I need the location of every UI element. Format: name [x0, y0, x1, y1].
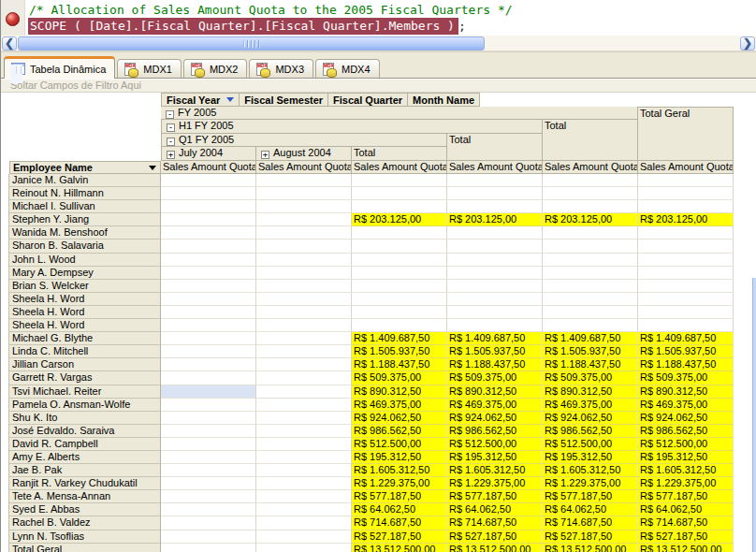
value-cell[interactable]: R$ 577.187,50	[638, 490, 734, 503]
header-grand-total[interactable]: Total Geral	[638, 107, 734, 161]
value-cell[interactable]: R$ 924.062,50	[352, 412, 447, 425]
value-cell[interactable]	[161, 213, 256, 226]
employee-name-cell[interactable]: Wanida M. Benshoof	[9, 226, 161, 240]
value-cell[interactable]	[543, 306, 638, 319]
employee-name-cell[interactable]: Linda C. Mitchell	[9, 345, 161, 358]
measure-header-4[interactable]: Sales Amount Quota	[447, 161, 543, 174]
employee-name-cell[interactable]: José Edvaldo. Saraiva	[9, 425, 161, 438]
value-cell[interactable]	[447, 267, 543, 280]
value-cell[interactable]: R$ 469.375,00	[352, 399, 447, 412]
value-cell[interactable]	[256, 345, 352, 358]
value-cell[interactable]: R$ 195.312,50	[638, 451, 734, 464]
employee-name-cell[interactable]: Rachel B. Valdez	[9, 516, 161, 530]
value-cell[interactable]: R$ 1.605.312,50	[352, 464, 447, 477]
value-cell[interactable]	[352, 254, 447, 267]
employee-name-cell[interactable]: Shu K. Ito	[9, 412, 161, 425]
value-cell[interactable]	[352, 200, 447, 213]
measure-header-1[interactable]: Sales Amount Quota	[161, 161, 256, 174]
value-cell[interactable]: R$ 890.312,50	[543, 385, 638, 399]
value-cell[interactable]	[161, 240, 256, 253]
value-cell[interactable]	[256, 358, 352, 371]
value-cell[interactable]	[161, 345, 256, 358]
employee-name-cell[interactable]: Lynn N. Tsoflias	[9, 530, 161, 544]
employee-name-cell[interactable]: Stephen Y. Jiang	[9, 213, 161, 226]
value-cell[interactable]	[161, 385, 256, 399]
value-cell[interactable]: R$ 1.188.437,50	[447, 358, 543, 371]
value-cell[interactable]: R$ 986.562,50	[352, 425, 447, 438]
value-cell[interactable]: R$ 1.229.375,00	[352, 477, 447, 490]
value-cell[interactable]: R$ 924.062,50	[447, 412, 543, 425]
collapse-icon[interactable]: -	[167, 123, 175, 132]
value-cell[interactable]	[256, 503, 352, 516]
value-cell[interactable]	[638, 187, 734, 200]
value-cell[interactable]: R$ 577.187,50	[447, 490, 543, 503]
value-cell[interactable]	[256, 425, 352, 438]
value-cell[interactable]	[256, 306, 352, 319]
value-cell[interactable]	[256, 544, 352, 552]
value-cell[interactable]	[256, 385, 352, 399]
value-cell[interactable]: R$ 714.687,50	[447, 516, 543, 530]
value-cell[interactable]	[543, 226, 638, 240]
value-cell[interactable]	[543, 200, 638, 213]
value-cell[interactable]: R$ 203.125,00	[543, 213, 638, 226]
value-cell[interactable]: R$ 714.687,50	[543, 516, 638, 530]
value-cell[interactable]: R$ 203.125,00	[447, 213, 543, 226]
value-cell[interactable]	[161, 358, 256, 371]
scrollbar-thumb[interactable]	[18, 36, 485, 51]
value-cell[interactable]: R$ 203.125,00	[638, 213, 734, 226]
value-cell[interactable]: R$ 512.500,00	[638, 438, 734, 451]
value-cell[interactable]	[256, 477, 352, 490]
value-cell[interactable]: R$ 509.375,00	[638, 371, 734, 385]
employee-name-cell[interactable]: Amy E. Alberts	[9, 451, 161, 464]
tab-mdx3[interactable]: MDX3	[249, 59, 313, 78]
value-cell[interactable]	[161, 530, 256, 544]
value-cell[interactable]	[161, 490, 256, 503]
value-cell[interactable]	[352, 319, 447, 332]
scroll-left-button[interactable]: ❮	[2, 36, 17, 51]
expand-icon[interactable]: +	[261, 151, 269, 159]
value-cell[interactable]	[256, 371, 352, 385]
value-cell[interactable]	[161, 412, 256, 425]
value-cell[interactable]	[638, 319, 734, 332]
measure-header-2[interactable]: Sales Amount Quota	[256, 161, 352, 174]
value-cell[interactable]: R$ 195.312,50	[447, 451, 543, 464]
value-cell[interactable]	[352, 226, 447, 240]
value-cell[interactable]	[256, 490, 352, 503]
value-cell[interactable]	[447, 319, 543, 332]
employee-name-cell[interactable]: Tsvi Michael. Reiter	[9, 385, 161, 399]
expand-icon[interactable]: +	[167, 151, 175, 159]
value-cell[interactable]: R$ 1.409.687,50	[447, 332, 543, 345]
value-cell[interactable]: R$ 577.187,50	[352, 490, 447, 503]
value-cell[interactable]: R$ 1.409.687,50	[543, 332, 638, 345]
value-cell[interactable]	[256, 226, 352, 240]
row-field-employee-name[interactable]: Employee Name	[9, 161, 161, 174]
value-cell[interactable]	[256, 200, 352, 213]
value-cell[interactable]: R$ 64.062,50	[638, 503, 734, 516]
value-cell[interactable]: R$ 1.505.937,50	[638, 345, 734, 358]
value-cell[interactable]	[352, 293, 447, 306]
value-cell[interactable]: R$ 1.229.375,00	[447, 477, 543, 490]
value-cell[interactable]: R$ 1.505.937,50	[447, 345, 543, 358]
value-cell[interactable]	[638, 306, 734, 319]
value-cell[interactable]: R$ 1.605.312,50	[447, 464, 543, 477]
value-cell[interactable]	[256, 280, 352, 293]
value-cell[interactable]	[638, 267, 734, 280]
value-cell[interactable]: R$ 890.312,50	[447, 385, 543, 399]
measure-header-5[interactable]: Sales Amount Quota	[543, 161, 638, 174]
value-cell[interactable]: R$ 195.312,50	[543, 451, 638, 464]
column-field-month-name[interactable]: Month Name	[408, 94, 480, 106]
filter-drop-zone[interactable]: Soltar Campos de Filtro Aqui	[1, 80, 756, 93]
value-cell[interactable]	[638, 254, 734, 267]
value-cell[interactable]: R$ 509.375,00	[352, 371, 447, 385]
value-cell[interactable]	[256, 293, 352, 306]
value-cell[interactable]	[352, 306, 447, 319]
value-cell[interactable]: R$ 13.512.500,00	[638, 544, 734, 552]
employee-name-cell[interactable]: Brian S. Welcker	[9, 280, 161, 293]
dropdown-arrow-icon[interactable]	[149, 166, 156, 174]
value-cell[interactable]: R$ 527.187,50	[543, 530, 638, 544]
value-cell[interactable]: R$ 924.062,50	[543, 412, 638, 425]
employee-name-cell[interactable]: Total Geral	[9, 544, 161, 552]
employee-name-cell[interactable]: Reinout N. Hillmann	[9, 187, 161, 200]
value-cell[interactable]: R$ 469.375,00	[447, 399, 543, 412]
editor-horizontal-scrollbar[interactable]: ❮ ❯	[1, 36, 756, 51]
